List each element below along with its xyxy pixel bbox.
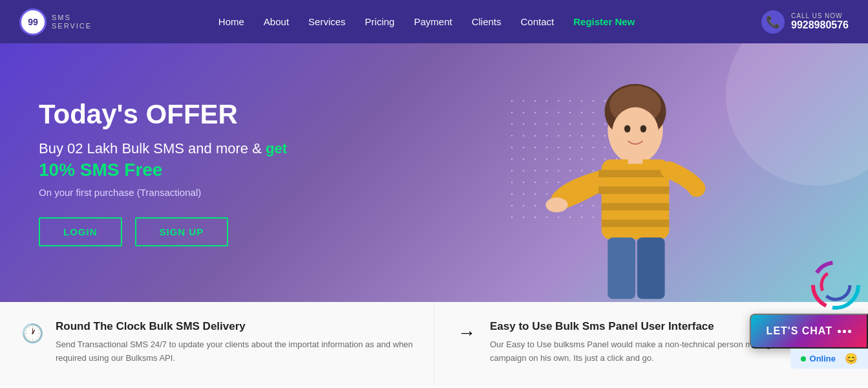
arrow-icon: → (454, 320, 480, 343)
chat-dots (838, 330, 851, 333)
login-button[interactable]: LOGIN (39, 217, 122, 246)
nav-item-contact[interactable]: Contact (521, 16, 555, 28)
svg-point-5 (640, 125, 647, 132)
nav-item-home[interactable]: Home (218, 16, 244, 28)
svg-rect-7 (602, 170, 670, 177)
logo-text: SMS SERVICE (52, 14, 92, 29)
online-dot (801, 356, 806, 361)
feature-title-clock: Round The Clock Bulk SMS Delivery (56, 320, 414, 333)
online-label: Online (810, 354, 836, 363)
call-label: CALL US NOW (791, 12, 849, 19)
nav-item-register[interactable]: Register New (573, 16, 635, 28)
clock-icon: 🕐 (19, 320, 45, 344)
svg-rect-16 (628, 155, 643, 164)
nav-link-pricing[interactable]: Pricing (365, 16, 395, 27)
chat-rings-icon (810, 259, 862, 311)
signup-button[interactable]: SIGN UP (135, 217, 229, 246)
chat-face-icon: 😊 (845, 352, 858, 365)
nav-link-contact[interactable]: Contact (521, 16, 555, 27)
svg-rect-8 (602, 186, 670, 193)
svg-rect-15 (637, 237, 665, 299)
nav-item-clients[interactable]: Clients (472, 16, 502, 28)
nav-phone: 📞 CALL US NOW 9928980576 (761, 10, 849, 34)
feature-desc-clock: Send Transactional SMS 24/7 to update yo… (56, 338, 414, 365)
phone-icon: 📞 (761, 10, 785, 34)
nav-link-services[interactable]: Services (308, 16, 346, 27)
svg-point-13 (545, 198, 567, 213)
nav-link-about[interactable]: About (264, 16, 289, 27)
svg-rect-10 (602, 220, 670, 227)
logo[interactable]: 99 SMS SERVICE (19, 8, 92, 36)
phone-info: CALL US NOW 9928980576 (791, 12, 849, 31)
navbar: 99 SMS SERVICE Home About Services Prici… (0, 0, 868, 43)
hero-section: Today's OFFER Buy 02 Lakh Bulk SMS and m… (0, 43, 868, 302)
online-bar: Online 😊 (790, 349, 868, 369)
svg-rect-14 (608, 237, 635, 299)
nav-item-about[interactable]: About (264, 16, 289, 28)
deco-circle (726, 43, 868, 186)
features-section: 🕐 Round The Clock Bulk SMS Delivery Send… (0, 302, 868, 386)
nav-item-services[interactable]: Services (308, 16, 346, 28)
nav-links: Home About Services Pricing Payment Clie… (218, 16, 635, 28)
svg-point-4 (624, 125, 631, 132)
feature-content-clock: Round The Clock Bulk SMS Delivery Send T… (56, 320, 414, 365)
lets-chat-button[interactable]: LET'S CHAT (750, 314, 868, 349)
hero-subtitle: Buy 02 Lakh Bulk SMS and more & get (39, 140, 287, 157)
phone-number: 9928980576 (791, 19, 849, 31)
svg-rect-9 (602, 203, 670, 210)
svg-point-3 (612, 107, 659, 159)
svg-rect-11 (598, 170, 608, 177)
svg-rect-12 (598, 186, 608, 193)
hero-title: Today's OFFER (39, 99, 287, 130)
hero-line1: Buy 02 Lakh Bulk SMS and more & (39, 140, 262, 156)
hero-offer: 10% SMS Free (39, 160, 287, 180)
feature-item-clock: 🕐 Round The Clock Bulk SMS Delivery Send… (0, 302, 434, 386)
logo-badge: 99 (19, 8, 47, 36)
nav-link-home[interactable]: Home (218, 16, 244, 27)
chat-label: LET'S CHAT (767, 325, 832, 337)
hero-buttons: LOGIN SIGN UP (39, 217, 287, 246)
nav-item-payment[interactable]: Payment (414, 16, 452, 28)
nav-item-pricing[interactable]: Pricing (365, 16, 395, 28)
chat-widget: LET'S CHAT Online 😊 (750, 259, 868, 369)
hero-highlight: get (266, 140, 287, 156)
hero-note: On your first purchase (Transactional) (39, 187, 287, 198)
nav-link-payment[interactable]: Payment (414, 16, 452, 27)
nav-link-clients[interactable]: Clients (472, 16, 502, 27)
nav-link-register[interactable]: Register New (573, 16, 635, 27)
hero-image (532, 56, 739, 302)
hero-content: Today's OFFER Buy 02 Lakh Bulk SMS and m… (39, 99, 287, 246)
